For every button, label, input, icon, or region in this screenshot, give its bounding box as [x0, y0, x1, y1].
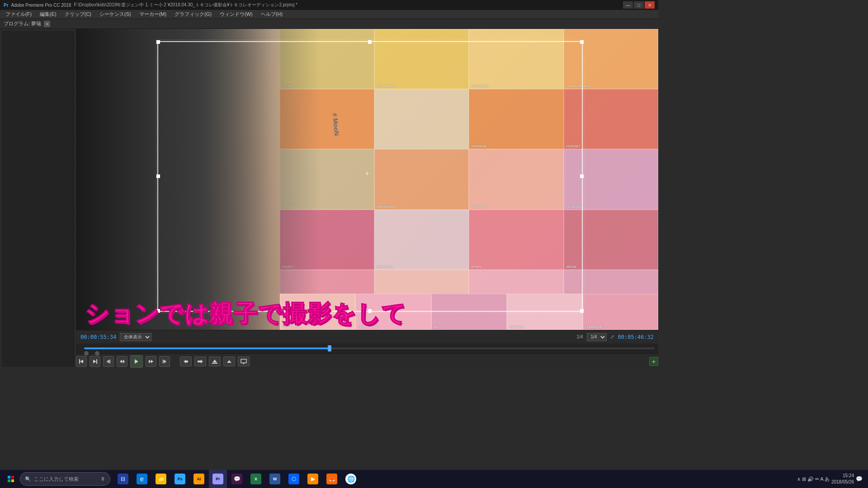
monitor-title: プログラム: 夢瑞 — [4, 20, 41, 27]
subtitle-text: ションでは親子で撮影をして — [85, 302, 649, 325]
person-silhouette-left — [76, 29, 321, 330]
swatch-juliaorange: #JULIAORANGE — [564, 29, 658, 89]
svg-marker-6 — [120, 360, 122, 363]
menu-sequence[interactable]: シーケンス(S) — [96, 10, 135, 19]
export-frame-button[interactable] — [238, 357, 250, 366]
svg-marker-18 — [227, 360, 231, 363]
app-icon: Pr — [4, 3, 9, 8]
menu-bar: ファイル(F) 編集(E) クリップ(C) シーケンス(S) マーカー(M) グ… — [0, 10, 658, 19]
svg-marker-1 — [80, 360, 83, 363]
timecode-out: 00:05:46:32 — [618, 334, 654, 340]
menu-edit[interactable]: 編集(E) — [36, 10, 60, 19]
svg-marker-13 — [184, 360, 188, 363]
svg-marker-4 — [107, 360, 109, 363]
swatch-popy: #POPY — [469, 210, 563, 270]
overwrite-button[interactable] — [194, 357, 206, 366]
step-fwd-button[interactable] — [146, 356, 156, 367]
menu-help[interactable]: ヘルプ(H) — [257, 10, 286, 19]
swatch-crystal: #CRYSTAL — [374, 210, 469, 270]
lift-button[interactable] — [209, 357, 221, 366]
menu-window[interactable]: ウィンドウ(W) — [216, 10, 256, 19]
set-in-button[interactable] — [76, 356, 87, 367]
go-to-out-button[interactable] — [159, 356, 170, 367]
video-controls-bar: 00:00:55:34 全体表示 1/4 1/4 ⤢ 00:05:46:32 — [76, 330, 658, 343]
svg-rect-12 — [163, 360, 164, 363]
insert-button[interactable] — [180, 357, 192, 366]
monitor-menu-icon[interactable]: ≡ — [44, 21, 50, 27]
swatch-mandarin: #MANDARIN — [374, 149, 469, 209]
swatch-orange2: #ORANGE — [469, 89, 563, 149]
svg-rect-14 — [198, 361, 201, 362]
color-swatch-grid: #STAR #SUNSHINE #CUSTARD #JULIAORANGE #O… — [280, 29, 658, 330]
svg-rect-2 — [96, 359, 97, 364]
marker-in[interactable] — [84, 351, 89, 356]
playback-controls: + — [76, 353, 658, 369]
monitor-label: プログラム: 夢瑞 ≡ — [0, 19, 658, 29]
title-bar: Pr Adobe Premiere Pro CC 2018 F:\Dropbox… — [0, 0, 658, 10]
window-controls: — □ ✕ — [623, 1, 655, 9]
swatch-aurora: #AURORA — [564, 149, 658, 209]
swatch-rose: #ROSE — [564, 210, 658, 270]
svg-marker-8 — [135, 359, 138, 364]
svg-rect-5 — [109, 360, 110, 363]
svg-marker-16 — [212, 360, 217, 362]
svg-rect-0 — [79, 359, 80, 364]
subtitle-overlay: ションでは親子で撮影をして — [76, 297, 658, 330]
swatch-custard: #CUSTARD — [469, 29, 563, 89]
svg-marker-9 — [149, 360, 151, 363]
title-bar-app: Pr Adobe Premiere Pro CC 2018 F:\Dropbox… — [4, 2, 297, 8]
fit-icon: ⤢ — [610, 334, 614, 340]
menu-marker[interactable]: マーカー(M) — [136, 10, 170, 19]
menu-graphics[interactable]: グラフィック(G) — [171, 10, 215, 19]
menu-clip[interactable]: クリップ(C) — [61, 10, 95, 19]
step-back-button[interactable] — [117, 356, 127, 367]
add-marker-button[interactable]: + — [649, 357, 658, 366]
zoom-select[interactable]: 全体表示 — [120, 333, 151, 341]
play-button[interactable] — [130, 355, 143, 368]
main-area: #STAR #SUNSHINE #CUSTARD #JULIAORANGE #O… — [0, 29, 658, 369]
extract-button[interactable] — [223, 357, 235, 366]
swatch-sunset: #SUNSET — [564, 89, 658, 149]
title-bar-text: Adobe Premiere Pro CC 2018 — [11, 3, 71, 8]
scrubber-area[interactable] — [76, 343, 658, 353]
close-button[interactable]: ✕ — [645, 1, 655, 9]
quality-select[interactable]: 1/4 — [587, 333, 607, 341]
swatch-sunshine: #SUNSHINE — [374, 29, 469, 89]
svg-rect-19 — [241, 359, 246, 363]
svg-marker-7 — [122, 360, 124, 363]
marker-out[interactable] — [95, 351, 99, 356]
svg-rect-17 — [212, 363, 217, 364]
menu-file[interactable]: ファイル(F) — [2, 10, 35, 19]
svg-marker-10 — [151, 360, 153, 363]
title-bar-project: F:\Dropbox\kids\2018年度ジェン中 1.ミー小 2 ¥2018… — [74, 2, 297, 8]
swatch-ne1 — [374, 89, 469, 149]
minimize-button[interactable]: — — [623, 1, 633, 9]
maximize-button[interactable]: □ — [634, 1, 644, 9]
video-preview[interactable]: #STAR #SUNSHINE #CUSTARD #JULIAORANGE #O… — [76, 29, 658, 330]
scrubber-track[interactable] — [84, 347, 655, 349]
set-out-button[interactable] — [90, 356, 100, 367]
timecode-current: 00:00:55:34 — [80, 334, 116, 340]
svg-marker-11 — [164, 360, 166, 363]
swatch-shrimp: #SHRIMP — [469, 149, 563, 209]
video-frame: #STAR #SUNSHINE #CUSTARD #JULIAORANGE #O… — [76, 29, 658, 330]
video-container: #STAR #SUNSHINE #CUSTARD #JULIAORANGE #O… — [76, 29, 658, 369]
svg-marker-3 — [93, 360, 96, 363]
scrubber-fill — [84, 347, 330, 349]
go-to-in-button[interactable] — [103, 356, 114, 367]
svg-marker-15 — [201, 360, 203, 363]
scrubber-thumb[interactable] — [328, 345, 331, 352]
left-sidebar — [0, 29, 76, 369]
ratio-display: 1/4 — [577, 334, 583, 339]
